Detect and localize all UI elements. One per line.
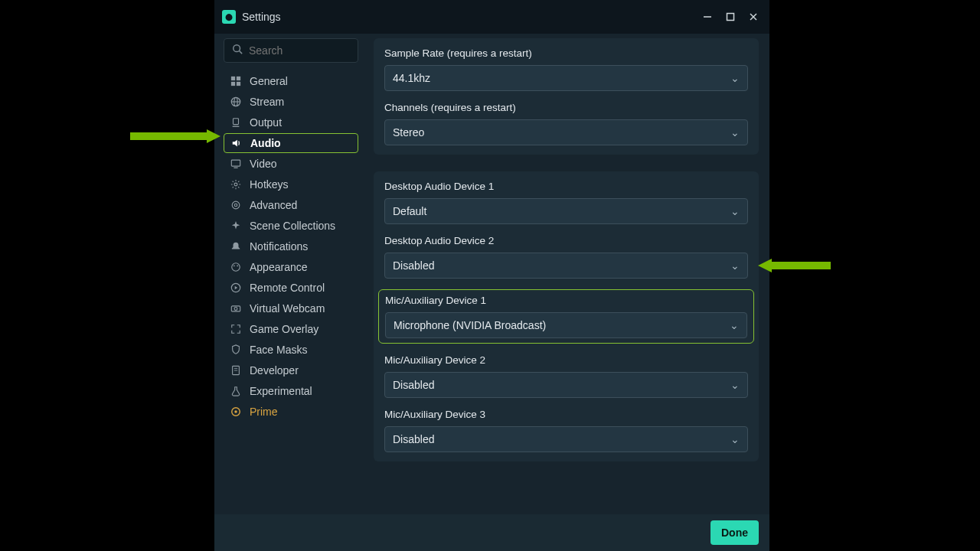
panel-audio-format: Sample Rate (requires a restart) 44.1khz… — [374, 38, 759, 155]
sparkle-icon — [230, 220, 242, 232]
globe-icon — [230, 96, 242, 108]
sidebar-item-developer[interactable]: Developer — [224, 360, 358, 380]
annotation-arrow-left — [130, 129, 220, 143]
select-mic-aux-3[interactable]: Disabled ⌄ — [384, 426, 748, 452]
select-value: Default — [393, 205, 426, 217]
field-mic-aux-1: Mic/Auxiliary Device 1 Microphone (NVIDI… — [378, 289, 754, 344]
svg-point-21 — [234, 265, 235, 266]
sidebar-item-label: Prime — [250, 406, 278, 418]
sidebar-item-label: Developer — [250, 364, 299, 377]
prime-icon — [230, 406, 242, 418]
svg-rect-8 — [231, 82, 235, 86]
gear-icon — [230, 178, 242, 191]
field-label: Channels (requires a restart) — [384, 102, 748, 113]
panel-audio-devices: Desktop Audio Device 1 Default ⌄ Desktop… — [374, 171, 759, 461]
sidebar-item-label: Experimental — [250, 385, 312, 397]
field-label: Sample Rate (requires a restart) — [384, 47, 748, 59]
sidebar-item-label: Game Overlay — [250, 323, 318, 335]
sidebar: General Stream Output Audio Video Hotkey… — [214, 34, 368, 514]
sidebar-item-video[interactable]: Video — [224, 154, 358, 174]
sidebar-item-notifications[interactable]: Notifications — [224, 236, 358, 256]
sidebar-item-label: Face Masks — [250, 344, 307, 356]
sidebar-item-hotkeys[interactable]: Hotkeys — [224, 174, 358, 194]
sidebar-item-appearance[interactable]: Appearance — [224, 257, 358, 277]
sidebar-item-label: General — [250, 75, 288, 87]
sidebar-item-output[interactable]: Output — [224, 112, 358, 132]
select-sample-rate[interactable]: 44.1khz ⌄ — [384, 65, 748, 91]
svg-rect-1 — [727, 14, 734, 21]
select-desktop-audio-2[interactable]: Disabled ⌄ — [384, 253, 748, 279]
svg-point-18 — [234, 204, 237, 207]
select-mic-aux-1[interactable]: Microphone (NVIDIA Broadcast) ⌄ — [385, 312, 747, 338]
sidebar-item-label: Virtual Webcam — [250, 302, 325, 315]
sidebar-item-general[interactable]: General — [224, 71, 358, 91]
titlebar: ⬤ Settings — [214, 0, 769, 34]
sidebar-item-remote-control[interactable]: Remote Control — [224, 278, 358, 298]
sidebar-item-virtual-webcam[interactable]: Virtual Webcam — [224, 298, 358, 318]
field-label: Mic/Auxiliary Device 2 — [384, 354, 748, 366]
svg-point-30 — [234, 410, 237, 413]
select-value: Microphone (NVIDIA Broadcast) — [394, 319, 546, 331]
chevron-down-icon: ⌄ — [730, 379, 740, 391]
sidebar-item-label: Scene Collections — [250, 220, 335, 232]
sidebar-item-advanced[interactable]: Advanced — [224, 195, 358, 215]
search-box[interactable] — [224, 38, 358, 63]
footer: Done — [214, 514, 769, 551]
flask-icon — [230, 385, 242, 397]
done-button[interactable]: Done — [710, 520, 759, 545]
field-mic-aux-2: Mic/Auxiliary Device 2 Disabled ⌄ — [384, 354, 748, 398]
sidebar-item-stream[interactable]: Stream — [224, 92, 358, 112]
select-value: Disabled — [393, 259, 434, 272]
sidebar-item-label: Stream — [250, 96, 284, 108]
field-label: Desktop Audio Device 1 — [384, 181, 748, 192]
sidebar-item-scene-collections[interactable]: Scene Collections — [224, 216, 358, 236]
chevron-down-icon: ⌄ — [730, 259, 740, 272]
bell-icon — [230, 240, 242, 253]
select-mic-aux-2[interactable]: Disabled ⌄ — [384, 372, 748, 398]
close-button[interactable] — [745, 8, 762, 25]
maximize-button[interactable] — [722, 8, 739, 25]
field-label: Mic/Auxiliary Device 1 — [385, 295, 747, 306]
svg-rect-13 — [234, 119, 239, 125]
svg-point-25 — [234, 308, 237, 311]
field-mic-aux-3: Mic/Auxiliary Device 3 Disabled ⌄ — [384, 409, 748, 452]
sidebar-item-label: Hotkeys — [250, 178, 289, 191]
svg-point-19 — [232, 201, 240, 209]
speaker-icon — [230, 137, 243, 149]
svg-rect-6 — [231, 77, 235, 80]
select-channels[interactable]: Stereo ⌄ — [384, 119, 748, 145]
sidebar-item-game-overlay[interactable]: Game Overlay — [224, 319, 358, 339]
chevron-down-icon: ⌄ — [730, 433, 740, 445]
sidebar-item-face-masks[interactable]: Face Masks — [224, 340, 358, 360]
camera-icon — [230, 302, 242, 315]
field-sample-rate: Sample Rate (requires a restart) 44.1khz… — [384, 47, 748, 91]
document-icon — [230, 364, 242, 377]
sidebar-item-experimental[interactable]: Experimental — [224, 381, 358, 401]
window-title: Settings — [242, 11, 281, 23]
field-channels: Channels (requires a restart) Stereo ⌄ — [384, 102, 748, 145]
search-icon — [232, 44, 243, 57]
content-pane: Sample Rate (requires a restart) 44.1khz… — [368, 34, 769, 514]
chevron-down-icon: ⌄ — [730, 205, 740, 217]
minimize-button[interactable] — [699, 8, 716, 25]
field-label: Desktop Audio Device 2 — [384, 235, 748, 246]
sidebar-item-label: Notifications — [250, 240, 308, 253]
search-input[interactable] — [249, 44, 383, 57]
svg-rect-15 — [231, 160, 240, 166]
chevron-down-icon: ⌄ — [730, 126, 740, 139]
field-desktop-audio-2: Desktop Audio Device 2 Disabled ⌄ — [384, 235, 748, 279]
sidebar-item-prime[interactable]: Prime — [224, 402, 358, 422]
sidebar-item-label: Advanced — [250, 199, 297, 211]
monitor-icon — [230, 158, 242, 170]
svg-point-22 — [237, 265, 238, 266]
expand-icon — [230, 323, 242, 335]
svg-line-5 — [240, 51, 243, 54]
play-icon — [230, 282, 242, 294]
sidebar-item-audio[interactable]: Audio — [224, 133, 358, 153]
svg-point-4 — [234, 45, 240, 52]
field-label: Mic/Auxiliary Device 3 — [384, 409, 748, 420]
output-icon — [230, 116, 242, 129]
select-desktop-audio-1[interactable]: Default ⌄ — [384, 198, 748, 224]
shield-icon — [230, 344, 242, 356]
palette-icon — [230, 261, 242, 273]
